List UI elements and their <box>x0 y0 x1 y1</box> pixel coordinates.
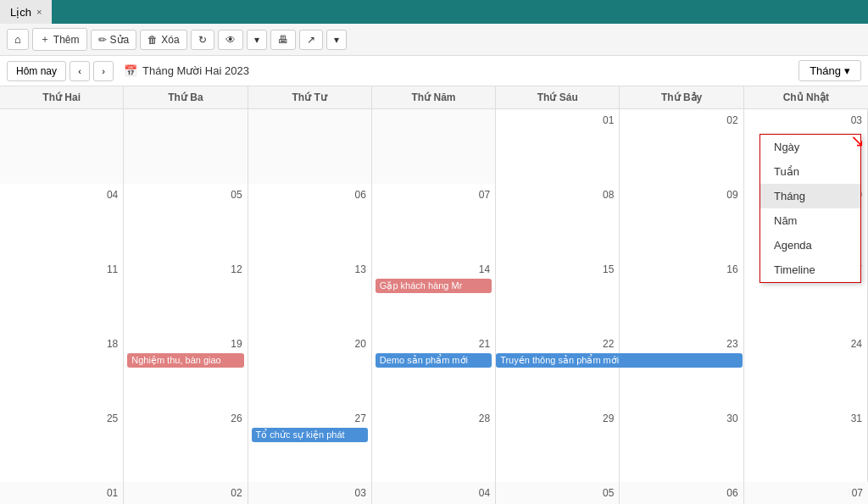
day-number: 01 <box>499 113 615 130</box>
day-number: 03 <box>252 485 368 502</box>
tab-close-icon[interactable]: × <box>36 7 42 17</box>
dropdown-item-month[interactable]: Tháng <box>760 184 860 208</box>
calendar-cell[interactable] <box>248 109 372 186</box>
calendar-event[interactable]: Tổ chức sự kiện phát <box>252 428 368 442</box>
calendar-header-cell: Chủ Nhật <box>744 86 868 108</box>
calendar-cell[interactable]: 19Nghiệm thu, bàn giao <box>124 333 248 409</box>
month-title: Tháng Mười Hai 2023 <box>142 64 249 77</box>
day-number: 14 <box>376 262 492 279</box>
eye-dropdown-button[interactable]: ▾ <box>247 30 267 50</box>
today-button[interactable]: Hôm nay <box>7 61 66 81</box>
calendar-cell[interactable]: 11 <box>0 258 124 335</box>
calendar-cell[interactable]: 07 <box>744 482 868 504</box>
calendar-cell[interactable]: 27Tổ chức sự kiện phát <box>248 407 372 484</box>
day-number: 18 <box>3 336 120 353</box>
day-number: 12 <box>127 262 243 279</box>
day-number: 26 <box>127 411 243 428</box>
calendar-header-cell: Thứ Năm <box>372 86 496 108</box>
calendar-cell[interactable]: 04 <box>372 482 496 504</box>
day-number: 30 <box>623 411 739 428</box>
share-button[interactable]: ↗ <box>299 30 323 50</box>
tab-label: Lịch <box>10 6 31 19</box>
refresh-icon: ↻ <box>198 34 207 46</box>
day-number: 21 <box>376 336 492 353</box>
refresh-button[interactable]: ↻ <box>191 30 214 50</box>
home-button[interactable]: ⌂ <box>7 29 29 50</box>
day-number: 03 <box>748 113 864 130</box>
dropdown-item-week[interactable]: Tuần <box>760 159 860 184</box>
day-number: 05 <box>127 187 243 204</box>
calendar-event[interactable]: Nghiệm thu, bàn giao <box>127 353 243 368</box>
day-number: 16 <box>623 262 739 279</box>
day-number: 23 <box>623 336 739 353</box>
calendar-event[interactable]: Gặp khách hàng Mr <box>376 279 492 293</box>
calendar-cell[interactable]: 28 <box>372 407 496 484</box>
calendar-cell[interactable]: 21Demo sản phẩm mới <box>372 333 496 409</box>
calendar-cell[interactable]: 16 <box>620 258 743 335</box>
calendar-cell[interactable]: 13 <box>248 258 372 335</box>
calendar-cell[interactable]: 29 <box>496 407 620 484</box>
dropdown-item-day[interactable]: Ngày <box>760 135 860 159</box>
print-button[interactable]: 🖶 <box>270 30 296 50</box>
calendar-cell[interactable]: 26 <box>124 407 248 484</box>
calendar-cell[interactable]: 01 <box>0 482 124 504</box>
pencil-icon: ✏ <box>98 34 107 46</box>
day-number: 29 <box>499 411 615 428</box>
add-button[interactable]: ＋ Thêm <box>32 28 87 51</box>
view-selector-button[interactable]: Tháng ▾ <box>798 60 861 81</box>
chevron-down-icon2: ▾ <box>334 34 339 46</box>
calendar-cell[interactable]: 06 <box>248 184 372 260</box>
eye-icon: 👁 <box>225 34 236 46</box>
day-number: 24 <box>748 336 864 353</box>
day-number: 02 <box>623 113 739 130</box>
calendar-cell[interactable]: 05 <box>124 184 248 260</box>
day-number: 28 <box>376 411 492 428</box>
prev-month-button[interactable]: ‹ <box>70 61 90 81</box>
day-number: 13 <box>252 262 368 279</box>
calendar-cell[interactable]: 31 <box>744 407 868 484</box>
share-dropdown-button[interactable]: ▾ <box>326 30 347 50</box>
calendar-cell[interactable]: 02 <box>124 482 248 504</box>
calendar-cell[interactable] <box>0 109 124 186</box>
edit-button[interactable]: ✏ Sửa <box>91 30 137 50</box>
view-selector: Tháng ▾ <box>798 60 861 81</box>
calendar-cell[interactable] <box>124 109 248 186</box>
calendar-cell[interactable]: 23 <box>620 333 743 409</box>
calendar-cell[interactable]: 04 <box>0 184 124 260</box>
day-number: 15 <box>499 262 615 279</box>
calendar-cell[interactable]: 30 <box>620 407 743 484</box>
calendar-header-cell: Thứ Bảy <box>620 86 743 108</box>
calendar-cell[interactable]: 08 <box>496 184 620 260</box>
calendar-cell[interactable]: 05 <box>496 482 620 504</box>
calendar-cell[interactable]: 22Truyền thông sản phẩm mới <box>496 333 620 409</box>
add-label: Thêm <box>53 34 80 46</box>
calendar-event[interactable]: Demo sản phẩm mới <box>376 353 492 368</box>
calendar-cell[interactable]: 25 <box>0 407 124 484</box>
calendar-cell[interactable] <box>372 109 496 186</box>
calendar-cell[interactable]: 02 <box>620 109 743 186</box>
dropdown-item-timeline[interactable]: Timeline <box>760 258 860 282</box>
calendar-cell[interactable]: 09 <box>620 184 743 260</box>
calendar-event[interactable]: Truyền thông sản phẩm mới <box>496 353 743 368</box>
eye-button[interactable]: 👁 <box>218 30 243 50</box>
delete-button[interactable]: 🗑 Xóa <box>140 30 186 50</box>
calendar-cell[interactable]: 20 <box>248 333 372 409</box>
left-arrow-icon: ‹ <box>78 66 81 76</box>
dropdown-item-year[interactable]: Năm <box>760 208 860 233</box>
next-month-button[interactable]: › <box>93 61 114 81</box>
calendar-cell[interactable]: 24 <box>744 333 868 409</box>
calendar-cell[interactable]: 14Gặp khách hàng Mr <box>372 258 496 335</box>
calendar-cell[interactable]: 12 <box>124 258 248 335</box>
day-number: 25 <box>3 411 120 428</box>
dropdown-item-agenda[interactable]: Agenda <box>760 233 860 258</box>
calendar-cell[interactable]: 01 <box>496 109 620 186</box>
plus-icon: ＋ <box>40 32 50 47</box>
calendar-cell[interactable]: 15 <box>496 258 620 335</box>
calendar-cell[interactable]: 07 <box>372 184 496 260</box>
calendar-cell[interactable]: 06 <box>620 482 743 504</box>
red-arrow-indicator: ↘ <box>850 130 865 151</box>
view-dropdown-icon: ▾ <box>844 64 850 77</box>
calendar-cell[interactable]: 18 <box>0 333 124 409</box>
calendar-tab[interactable]: Lịch × <box>0 0 52 24</box>
calendar-cell[interactable]: 03 <box>248 482 372 504</box>
